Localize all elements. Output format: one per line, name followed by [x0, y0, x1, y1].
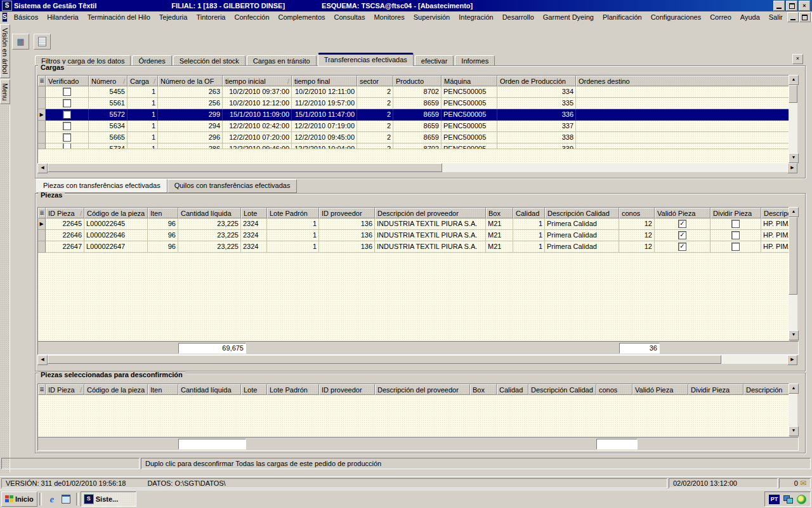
grid-cell[interactable]: 334	[497, 86, 576, 98]
grid-cell[interactable]: HP. PIMA.	[761, 230, 789, 241]
grid-header-cell[interactable]: conos	[619, 208, 655, 218]
grid-cell[interactable]: INDUSTRIA TEXTIL PIURA S.A.	[375, 241, 486, 253]
side-tab-menu[interactable]: Menu	[0, 79, 10, 105]
grid-cell[interactable]: ✓	[655, 218, 710, 230]
checkbox-checked-icon[interactable]: ✓	[678, 231, 686, 239]
scroll-right-button[interactable]: ▶	[787, 163, 797, 173]
grid-cell[interactable]: 23,225	[178, 241, 241, 253]
grid-cell[interactable]: Primera Calidad	[545, 230, 619, 241]
scrollbar-track[interactable]	[789, 295, 797, 330]
scroll-left-button[interactable]: ◀	[37, 355, 48, 365]
grid-header-cell[interactable]: Cantidad líquida	[178, 208, 241, 218]
grid-cell[interactable]: 339	[497, 144, 576, 149]
grid-cell[interactable]: 12	[619, 241, 655, 253]
grid-cell[interactable]: 12	[619, 230, 655, 241]
grid-cell[interactable]: 5561	[89, 98, 128, 109]
checkbox-unchecked-icon[interactable]	[731, 243, 740, 251]
scroll-up-button[interactable]: ▲	[789, 384, 799, 394]
grid-corner-cell[interactable]: ≣	[38, 384, 46, 395]
menu-item-consultas[interactable]: Consultas	[330, 12, 370, 22]
task-button-sistema[interactable]: S Siste...	[81, 491, 136, 507]
grid-header-cell[interactable]: Código de la pieza	[84, 384, 148, 395]
grid-cell[interactable]: 96	[148, 218, 178, 230]
grid-cell[interactable]	[576, 98, 789, 109]
grid-header-cell[interactable]: conos	[596, 384, 632, 395]
grid-cell[interactable]	[576, 121, 789, 132]
menu-item-integraci-n[interactable]: Integración	[454, 12, 497, 22]
piezas-vertical-scrollbar[interactable]: ▲ ▼	[789, 207, 797, 340]
grid-cell[interactable]: 10/2/2010 12:11:00	[292, 86, 357, 98]
grid-cell[interactable]: 5734	[89, 144, 128, 149]
minimize-button[interactable]	[773, 1, 785, 11]
menu-item-b-sicos[interactable]: Básicos	[10, 12, 43, 22]
grid-header-cell[interactable]: Lote Padrón	[267, 384, 319, 395]
grid-cell[interactable]: 8659	[393, 132, 442, 144]
grid-cell[interactable]	[46, 144, 89, 149]
scrollbar-track[interactable]	[721, 355, 787, 364]
grid-cell[interactable]: PENC500005	[442, 144, 497, 149]
grid-cell[interactable]: 15/1/2010 11:09:00	[223, 109, 292, 121]
language-indicator[interactable]: PT	[769, 495, 780, 504]
tab-efectivar[interactable]: efectivar	[415, 55, 454, 66]
grid-cell[interactable]: 1	[128, 86, 158, 98]
grid-header-cell[interactable]: Lote	[241, 384, 267, 395]
grid-cell[interactable]	[46, 86, 89, 98]
grid-cell[interactable]: 10/2/2010 09:37:00	[223, 86, 292, 98]
table-row[interactable]: ▶22645L0000226459623,22523241136INDUSTRI…	[38, 218, 789, 230]
grid-cell[interactable]: 336	[497, 109, 576, 121]
grid-cell[interactable]: 12	[619, 218, 655, 230]
grid-cell[interactable]: HP. PIMA.	[761, 241, 789, 253]
grid-cell[interactable]: L000022645	[84, 218, 148, 230]
grid-corner-cell[interactable]: ≣	[38, 208, 46, 218]
grid-cell[interactable]: 2324	[241, 230, 267, 241]
menu-item-complementos[interactable]: Complementos	[274, 12, 330, 22]
side-tab-visi-n-en-rbol[interactable]: Visión en árbol	[0, 24, 10, 78]
grid-header-cell[interactable]: Box	[486, 208, 513, 218]
scroll-left-button[interactable]: ◀	[37, 163, 48, 173]
grid-cell[interactable]: 2	[357, 98, 393, 109]
cargas-vertical-scrollbar[interactable]: ▲ ▼	[789, 75, 797, 163]
new-document-button[interactable]	[34, 34, 51, 50]
grid-cell[interactable]: 10/2/2010 12:12:00	[223, 98, 292, 109]
grid-cell[interactable]: 1	[128, 121, 158, 132]
checkbox-unchecked-icon[interactable]	[63, 99, 71, 107]
tab-cargas-en-tr-nsito[interactable]: Cargas en tránsito	[247, 55, 317, 66]
grid-header-cell[interactable]: Descripción del proveedor	[375, 384, 470, 395]
scrollbar-thumb[interactable]	[48, 355, 721, 364]
grid-cell[interactable]: INDUSTRIA TEXTIL PIURA S.A.	[375, 230, 486, 241]
menu-item-salir[interactable]: Salir	[764, 12, 787, 22]
table-row[interactable]: ▶5572129915/1/2010 11:09:0015/1/2010 11:…	[38, 109, 789, 121]
grid-cell[interactable]: L000022646	[84, 230, 148, 241]
table-row[interactable]: 5634129412/2/2010 02:42:0012/2/2010 07:1…	[38, 121, 789, 132]
tree-view-button[interactable]: ▦	[12, 34, 29, 50]
grid-header-cell[interactable]: Calidad	[513, 208, 545, 218]
grid-cell[interactable]: 296	[158, 132, 223, 144]
grid-header-cell[interactable]: Ordenes destino	[576, 76, 789, 86]
grid-header-cell[interactable]: tiempo final	[292, 76, 357, 86]
grid-cell[interactable]: 96	[148, 230, 178, 241]
desconfirm-vertical-scrollbar[interactable]: ▲ ▼	[789, 384, 797, 436]
grid-header-cell[interactable]: Máquina	[442, 76, 497, 86]
menu-item-supervisi-n[interactable]: Supervisión	[409, 12, 454, 22]
tabsheet-close-button[interactable]: ×	[792, 54, 803, 64]
grid-cell[interactable]: 8702	[393, 86, 442, 98]
grid-header-cell[interactable]: Código de la pieza	[84, 208, 148, 218]
menu-item-garment-dyeing[interactable]: Garment Dyeing	[539, 12, 598, 22]
grid-cell[interactable]: 256	[158, 98, 223, 109]
cargas-horizontal-scrollbar[interactable]: ◀ ▶	[37, 163, 797, 172]
grid-header-cell[interactable]: sector	[357, 76, 393, 86]
menu-item-confecci-n[interactable]: Confección	[230, 12, 273, 22]
grid-cell[interactable]: 23,225	[178, 230, 241, 241]
grid-cell[interactable]: 136	[319, 230, 375, 241]
grid-cell[interactable]: 337	[497, 121, 576, 132]
grid-cell[interactable]: 1	[267, 218, 319, 230]
grid-cell[interactable]: 12/2/2010 09:45:00	[292, 132, 357, 144]
grid-header-cell[interactable]: ID Pieza/	[46, 208, 84, 218]
grid-cell[interactable]: 8659	[393, 98, 442, 109]
grid-cell[interactable]: 1	[513, 218, 545, 230]
grid-cell[interactable]: 96	[148, 241, 178, 253]
app-icon[interactable]: S	[2, 1, 12, 11]
grid-cell[interactable]: 1	[128, 132, 158, 144]
grid-header-cell[interactable]: Box	[470, 384, 497, 395]
piezas-grid[interactable]: ≣ID Pieza/Código de la piezaItenCantidad…	[37, 207, 790, 342]
